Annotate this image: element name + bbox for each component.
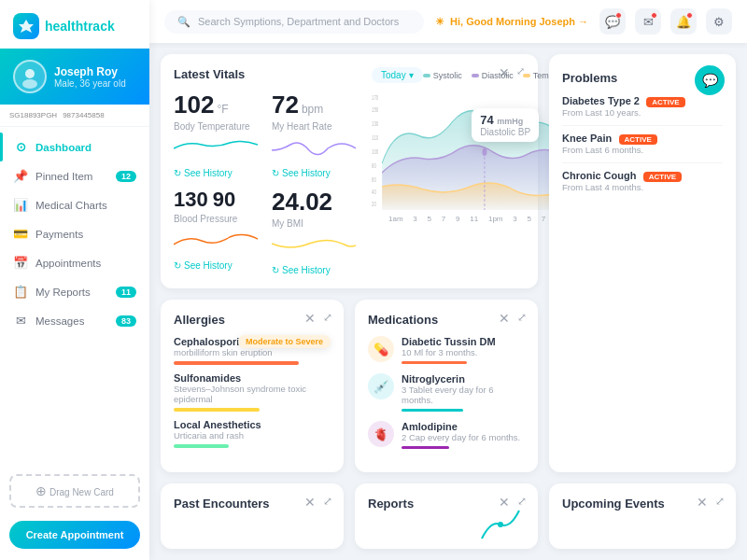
tooltip-label: Diastolic BP: [480, 127, 530, 137]
temp-see-history[interactable]: ↻See History: [174, 168, 262, 178]
allergies-expand-icon[interactable]: ⤢: [323, 311, 332, 324]
sidebar-item-payments[interactable]: 💳 Payments: [0, 219, 149, 248]
bmi-value: 24.02: [272, 188, 332, 217]
bmi-sparkline: [272, 232, 356, 259]
nav-label: Messages: [35, 315, 84, 327]
problem-name-3: Chronic Cough ACTIVE: [562, 169, 723, 182]
meds-expand-icon[interactable]: ⤢: [517, 311, 527, 324]
upcoming-events-card: ✕ ⤢ Upcoming Events: [549, 483, 736, 549]
search-bar[interactable]: 🔍 Search Symptions, Department and Docto…: [164, 10, 424, 34]
chat-icon-btn[interactable]: 💬: [599, 8, 626, 35]
svg-text:60: 60: [372, 176, 376, 183]
problems-card: 💬 Problems Diabetes Type 2 ACTIVE From L…: [549, 54, 736, 472]
topbar: 🔍 Search Symptions, Department and Docto…: [149, 0, 747, 43]
upcoming-expand-icon[interactable]: ⤢: [715, 495, 725, 508]
avatar: [13, 60, 47, 93]
severity-badge: Moderate to Severe: [238, 335, 331, 348]
chart-tooltip: 74 mmHg Diastolic BP: [472, 108, 539, 142]
problem-item-1: Diabetes Type 2 ACTIVE From Last 10 year…: [562, 94, 723, 118]
med-item-2: 💉 Nitroglycerin 3 Tablet every day for 6…: [368, 373, 525, 412]
allergy-sub-3: Urticaria and rash: [174, 430, 331, 441]
create-appointment-button[interactable]: Create Appointment: [9, 521, 140, 549]
allergy-name-2: Sulfonamides: [174, 372, 331, 384]
encounters-close-icon[interactable]: ✕: [304, 495, 316, 510]
reports-card: ✕ ⤢ Reports: [355, 483, 538, 549]
past-encounters-card: ✕ ⤢ Past Encounters: [161, 483, 344, 549]
med-bar-3: [402, 446, 449, 449]
nav-label: Dashboard: [35, 142, 92, 153]
sidebar-item-pinned-item[interactable]: 📌 Pinned Item 12: [0, 161, 149, 190]
svg-text:150: 150: [372, 106, 378, 113]
med-sub-2: 3 Tablet every day for 6 months.: [402, 385, 525, 405]
nav-icon: ⊙: [13, 140, 28, 154]
patient-ids: SG18893PGH 9873445858: [0, 105, 149, 127]
svg-text:80: 80: [372, 162, 376, 169]
encounters-expand-icon[interactable]: ⤢: [323, 495, 332, 508]
nav-label: Payments: [35, 229, 83, 240]
settings-icon-btn[interactable]: ⚙: [706, 8, 732, 35]
bp-sparkline: [174, 228, 258, 254]
meds-close-icon[interactable]: ✕: [499, 311, 510, 326]
upcoming-close-icon[interactable]: ✕: [697, 495, 708, 510]
svg-point-1: [22, 79, 37, 89]
legend-diastolic-label: Diastolic: [482, 71, 514, 80]
mail-icon-btn[interactable]: ✉: [635, 8, 661, 35]
allergies-close-icon[interactable]: ✕: [304, 311, 316, 326]
problem-name-2: Knee Pain ACTIVE: [562, 132, 723, 145]
med-info-2: Nitroglycerin 3 Tablet every day for 6 m…: [402, 373, 525, 412]
nav-badge: 11: [116, 287, 136, 298]
sidebar-item-my-reports[interactable]: 📋 My Reports 11: [0, 277, 149, 306]
bmi-see-history[interactable]: ↻See History: [272, 265, 360, 275]
hr-unit: bpm: [302, 103, 323, 116]
nav-label: Pinned Item: [35, 171, 92, 182]
bp-see-history[interactable]: ↻See History: [174, 260, 262, 271]
sidebar: healthtrack Joseph Roy Male, 36 year old…: [0, 0, 149, 560]
profile-detail: Male, 36 year old: [54, 78, 126, 89]
problem-sub-3: From Last 4 months.: [562, 182, 723, 192]
sidebar-item-appointments[interactable]: 📅 Appointments: [0, 248, 149, 277]
legend-systolic: Systolic: [423, 71, 462, 80]
medications-card: ✕ ⤢ Medications 💊 Diabetic Tussin DM 10 …: [355, 300, 538, 471]
hr-sparkline: [272, 135, 356, 161]
allergy-list: Cephalosporins morbilliform skin eruptio…: [174, 336, 331, 448]
svg-text:40: 40: [372, 189, 376, 195]
drag-card[interactable]: ⊕ Drag New Card: [9, 474, 140, 508]
nav-icon: 📋: [13, 285, 28, 299]
med-item-1: 💊 Diabetic Tussin DM 10 Ml for 3 months.: [368, 336, 525, 364]
problem-fab-button[interactable]: 💬: [695, 65, 725, 95]
sidebar-item-medical-charts[interactable]: 📊 Medical Charts: [0, 190, 149, 219]
allergy-bar-2: [174, 408, 260, 412]
med-item-3: 🫀 Amlodipine 2 Cap every day for 6 month…: [368, 421, 525, 449]
problem-list: Diabetes Type 2 ACTIVE From Last 10 year…: [562, 94, 723, 192]
svg-text:130: 130: [372, 120, 378, 127]
greeting-text: Hi, Good Morning Joseph →: [450, 16, 588, 27]
nav-badge: 12: [116, 171, 136, 182]
svg-text:20: 20: [372, 201, 376, 207]
sidebar-item-dashboard[interactable]: ⊙ Dashboard: [0, 133, 149, 161]
logo-area: healthtrack: [0, 0, 149, 49]
vital-bmi: 24.02 My BMI ↻See History: [272, 188, 360, 275]
med-sub-1: 10 Ml for 3 months.: [402, 347, 496, 357]
vitals-grid: 102 °F Body Temperature ↻See History: [174, 91, 360, 275]
hr-see-history[interactable]: ↻See History: [272, 168, 360, 178]
bell-icon-btn[interactable]: 🔔: [670, 8, 697, 35]
med-icon-2: 💉: [368, 373, 394, 399]
nav-label: My Reports: [35, 287, 91, 298]
problem-item-3: Chronic Cough ACTIVE From Last 4 months.: [562, 169, 723, 192]
temp-value: 102: [174, 91, 214, 119]
allergies-card: ✕ ⤢ Allergies Moderate to Severe Cephalo…: [161, 300, 344, 471]
svg-text:170: 170: [372, 94, 378, 101]
nav-icon: 📌: [13, 169, 28, 183]
main-area: 🔍 Search Symptions, Department and Docto…: [149, 0, 747, 560]
sidebar-item-messages[interactable]: ✉ Messages 83: [0, 306, 149, 335]
vital-heart-rate: 72 bpm My Heart Rate ↻See History: [272, 91, 360, 178]
chart-today-button[interactable]: Today ▾: [372, 67, 423, 83]
bmi-label: My BMI: [272, 218, 360, 229]
allergy-sub-1: morbilliform skin eruption: [174, 347, 331, 357]
med-icon-1: 💊: [368, 336, 394, 362]
vitals-left: Latest Vitals 102 °F Body Temperature: [174, 67, 360, 275]
allergy-item-3: Local Anesthetics Urticaria and rash: [174, 419, 331, 448]
bp-label: Blood Pressure: [174, 214, 262, 224]
allergy-item-2: Sulfonamides Stevens–Johnson syndrome to…: [174, 372, 331, 412]
temp-unit: °F: [217, 103, 228, 116]
